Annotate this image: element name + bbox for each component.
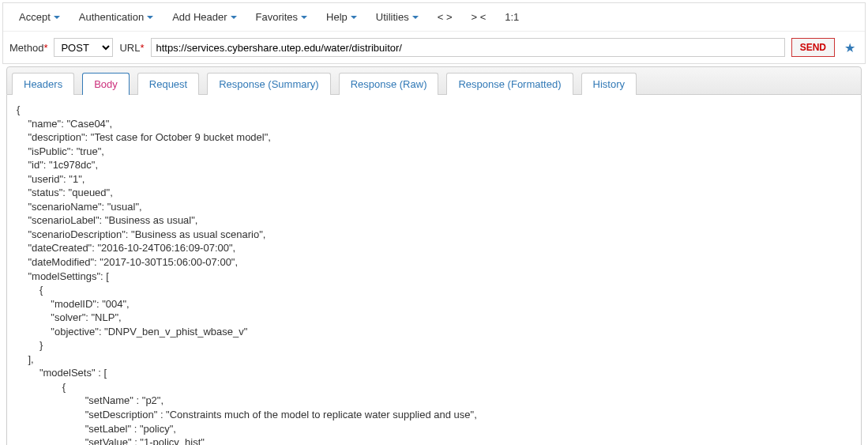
menu-authentication[interactable]: Authentication: [70, 6, 163, 28]
tab-bar: Headers Body Request Response (Summary) …: [6, 66, 862, 95]
url-input[interactable]: [151, 38, 785, 57]
request-row: Method* POST URL* SEND ★: [3, 32, 865, 63]
caret-down-icon: [351, 16, 357, 19]
caret-down-icon: [301, 16, 307, 19]
menu-add-header-label: Add Header: [172, 11, 227, 23]
send-button[interactable]: SEND: [791, 38, 835, 57]
tab-body[interactable]: Body: [82, 73, 130, 95]
ratio-button[interactable]: 1:1: [495, 6, 528, 28]
menu-favorites[interactable]: Favorites: [246, 6, 317, 28]
menu-help-label: Help: [326, 11, 348, 23]
menu-authentication-label: Authentication: [79, 11, 144, 23]
menu-favorites-label: Favorites: [256, 11, 298, 23]
menu-utilities-label: Utilities: [376, 11, 409, 23]
tab-headers[interactable]: Headers: [12, 73, 74, 95]
menu-accept-label: Accept: [19, 11, 51, 23]
caret-down-icon: [412, 16, 419, 19]
nav-forward-button[interactable]: > <: [461, 6, 495, 28]
caret-down-icon: [231, 16, 237, 19]
caret-down-icon: [147, 16, 153, 19]
nav-back-button[interactable]: < >: [428, 6, 462, 28]
tab-response-summary[interactable]: Response (Summary): [207, 73, 330, 95]
method-select[interactable]: POST: [54, 38, 113, 57]
menu-utilities[interactable]: Utilities: [366, 6, 428, 28]
tab-response-formatted[interactable]: Response (Formatted): [446, 73, 573, 95]
tab-history[interactable]: History: [581, 73, 637, 95]
menu-add-header[interactable]: Add Header: [163, 6, 246, 28]
caret-down-icon: [54, 16, 60, 19]
tab-request[interactable]: Request: [137, 73, 199, 95]
tab-response-raw[interactable]: Response (Raw): [339, 73, 439, 95]
menubar: Accept Authentication Add Header Favorit…: [3, 3, 865, 32]
favorite-star-icon[interactable]: ★: [841, 40, 859, 55]
method-label: Method*: [9, 42, 47, 54]
menu-accept[interactable]: Accept: [9, 6, 70, 28]
body-editor[interactable]: { "name": "Case04", "description": "Test…: [6, 95, 862, 445]
menu-help[interactable]: Help: [317, 6, 366, 28]
url-label: URL*: [119, 42, 144, 54]
